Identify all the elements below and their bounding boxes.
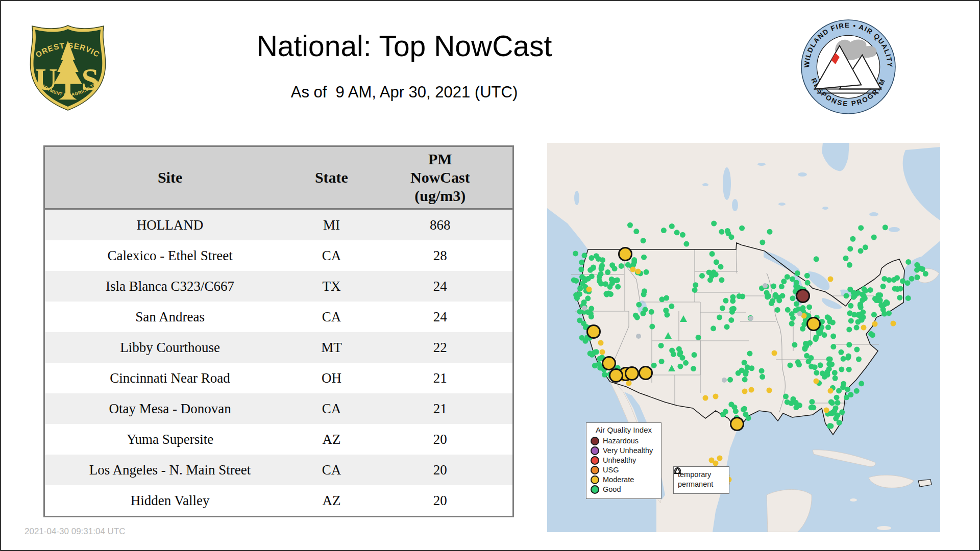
good-monitor-dot xyxy=(578,267,584,272)
good-monitor-dot xyxy=(714,259,719,265)
good-monitor-dot xyxy=(696,335,701,340)
good-monitor-dot xyxy=(850,236,855,242)
no-data-monitor-dot xyxy=(763,283,768,288)
good-monitor-dot xyxy=(747,350,752,356)
good-monitor-dot xyxy=(792,342,797,347)
moderate-monitor-dot xyxy=(891,321,896,327)
national-monitor-map: Air Quality Index HazardousVery Unhealth… xyxy=(547,143,940,532)
good-monitor-dot xyxy=(808,364,814,369)
cell-state: AZ xyxy=(295,485,368,517)
good-monitor-dot xyxy=(573,251,578,256)
good-monitor-dot xyxy=(742,377,748,382)
cell-state: CA xyxy=(295,302,368,332)
aqi-legend-label: Hazardous xyxy=(603,437,639,445)
report-header: National: Top NowCast As of 9 AM, Apr 30… xyxy=(118,1,690,102)
moderate-monitor-dot xyxy=(630,267,636,272)
aqi-legend-label: Good xyxy=(603,485,621,494)
good-monitor-dot xyxy=(720,306,725,311)
good-monitor-dot xyxy=(795,270,800,276)
good-monitor-dot xyxy=(741,407,746,412)
good-monitor-dot xyxy=(818,362,823,368)
good-monitor-dot xyxy=(829,400,835,406)
good-monitor-dot xyxy=(803,341,808,346)
table-row: Libby CourthouseMT22 xyxy=(44,332,513,363)
good-monitor-dot xyxy=(861,293,867,298)
good-monitor-dot xyxy=(794,301,799,307)
good-monitor-dot xyxy=(814,256,819,262)
good-monitor-dot xyxy=(854,347,860,353)
col-header-pm: PM NowCast (ug/m3) xyxy=(368,146,513,209)
good-monitor-dot xyxy=(805,280,811,286)
good-monitor-dot xyxy=(573,278,579,284)
aqi-legend-title: Air Quality Index xyxy=(591,425,657,434)
table-row: Hidden ValleyAZ20 xyxy=(44,485,513,517)
good-monitor-dot xyxy=(771,283,776,289)
good-monitor-dot xyxy=(692,352,697,358)
good-monitor-dot xyxy=(742,360,747,365)
cell-site: Calexico - Ethel Street xyxy=(44,240,296,271)
top-site-marker xyxy=(731,418,744,431)
cell-value: 21 xyxy=(368,393,513,424)
good-monitor-dot xyxy=(699,273,705,279)
good-monitor-dot xyxy=(811,405,816,410)
good-monitor-dot xyxy=(680,232,685,238)
good-monitor-dot xyxy=(659,359,665,364)
good-monitor-dot xyxy=(806,304,812,310)
moderate-monitor-dot xyxy=(742,389,748,394)
good-monitor-dot xyxy=(828,423,834,429)
good-monitor-dot xyxy=(854,325,860,331)
good-monitor-dot xyxy=(706,269,712,275)
col-header-state: State xyxy=(295,146,368,209)
no-data-monitor-dot xyxy=(722,378,727,383)
cell-site: Los Angeles - N. Main Street xyxy=(44,455,296,485)
good-monitor-dot xyxy=(790,295,795,301)
table-header-row: Site State PM NowCast (ug/m3) xyxy=(44,146,513,209)
no-data-monitor-dot xyxy=(582,306,587,311)
good-monitor-dot xyxy=(594,349,599,355)
good-monitor-dot xyxy=(597,356,602,362)
good-monitor-dot xyxy=(641,255,647,260)
good-monitor-dot xyxy=(830,344,836,349)
aqi-color-swatch xyxy=(591,456,599,465)
top-site-marker xyxy=(797,290,810,303)
good-monitor-dot xyxy=(649,309,654,315)
aqi-legend-item: Unhealthy xyxy=(591,456,657,465)
good-monitor-dot xyxy=(710,325,716,331)
top-site-marker xyxy=(640,367,652,380)
aqi-legend-label: Moderate xyxy=(603,475,634,484)
good-monitor-dot xyxy=(905,295,911,301)
good-monitor-dot xyxy=(625,262,631,268)
good-monitor-dot xyxy=(825,372,830,378)
good-monitor-dot xyxy=(858,225,864,231)
moderate-monitor-dot xyxy=(713,394,719,399)
good-monitor-dot xyxy=(883,224,888,230)
good-monitor-dot xyxy=(633,229,639,234)
good-monitor-dot xyxy=(627,222,633,228)
good-monitor-dot xyxy=(892,286,898,292)
good-monitor-dot xyxy=(821,332,827,338)
good-monitor-dot xyxy=(723,409,728,414)
cell-site: Hidden Valley xyxy=(44,485,296,517)
good-monitor-dot xyxy=(596,256,601,262)
good-monitor-dot xyxy=(736,370,741,376)
top-site-marker xyxy=(603,357,616,370)
cell-value: 20 xyxy=(368,424,513,455)
table-row: Yuma SupersiteAZ20 xyxy=(44,424,513,455)
table-row: Calexico - Ethel StreetCA28 xyxy=(44,240,513,271)
good-monitor-dot xyxy=(727,377,733,383)
good-monitor-dot xyxy=(846,342,852,347)
wfaqrp-logo: WILDLAND FIRE • AIR QUALITY RESPONSE PRO… xyxy=(798,18,898,116)
good-monitor-dot xyxy=(597,274,602,280)
good-monitor-dot xyxy=(713,271,719,277)
moderate-monitor-dot xyxy=(872,321,878,327)
good-monitor-dot xyxy=(759,368,765,373)
table-body: HOLLANDMI868Calexico - Ethel StreetCA28I… xyxy=(44,209,513,517)
cell-state: CA xyxy=(295,455,368,485)
no-data-monitor-dot xyxy=(636,334,641,339)
legend-item-temporary: temporary xyxy=(678,470,725,479)
good-monitor-dot xyxy=(832,370,838,375)
cell-value: 24 xyxy=(368,302,513,332)
good-monitor-dot xyxy=(743,371,748,377)
cell-site: Otay Mesa - Donovan xyxy=(44,393,296,424)
good-monitor-dot xyxy=(871,235,877,240)
